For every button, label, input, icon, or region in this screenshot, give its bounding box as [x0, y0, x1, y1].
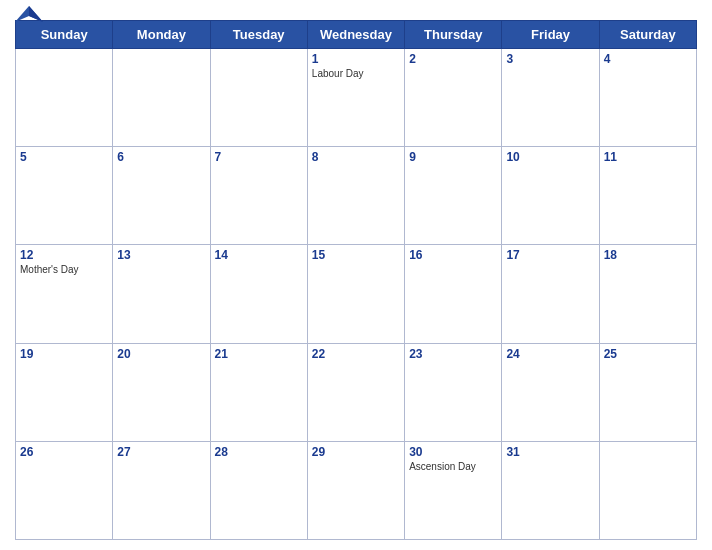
logo: [15, 4, 47, 24]
weekday-header-wednesday: Wednesday: [307, 21, 404, 49]
calendar-cell: [16, 49, 113, 147]
day-number: 2: [409, 52, 497, 66]
calendar-cell: 16: [405, 245, 502, 343]
calendar-week-row: 1Labour Day234: [16, 49, 697, 147]
calendar-cell: 4: [599, 49, 696, 147]
day-number: 16: [409, 248, 497, 262]
weekday-header-thursday: Thursday: [405, 21, 502, 49]
day-number: 21: [215, 347, 303, 361]
day-number: 9: [409, 150, 497, 164]
weekday-header-monday: Monday: [113, 21, 210, 49]
day-number: 7: [215, 150, 303, 164]
day-number: 8: [312, 150, 400, 164]
calendar-cell: 24: [502, 343, 599, 441]
day-number: 3: [506, 52, 594, 66]
holiday-name: Ascension Day: [409, 461, 497, 472]
weekday-header-saturday: Saturday: [599, 21, 696, 49]
logo-icon: [15, 4, 43, 24]
day-number: 12: [20, 248, 108, 262]
calendar-cell: 20: [113, 343, 210, 441]
calendar-cell: 1Labour Day: [307, 49, 404, 147]
calendar-cell: 23: [405, 343, 502, 441]
calendar-cell: 3: [502, 49, 599, 147]
day-number: 10: [506, 150, 594, 164]
calendar-cell: 27: [113, 441, 210, 539]
calendar-header: [15, 10, 697, 14]
day-number: 23: [409, 347, 497, 361]
day-number: 25: [604, 347, 692, 361]
svg-marker-1: [29, 6, 43, 22]
calendar-cell: 17: [502, 245, 599, 343]
calendar-cell: 8: [307, 147, 404, 245]
weekday-header-sunday: Sunday: [16, 21, 113, 49]
calendar-cell: 5: [16, 147, 113, 245]
calendar-cell: 29: [307, 441, 404, 539]
calendar-cell: 31: [502, 441, 599, 539]
day-number: 18: [604, 248, 692, 262]
calendar-week-row: 567891011: [16, 147, 697, 245]
day-number: 1: [312, 52, 400, 66]
holiday-name: Mother's Day: [20, 264, 108, 275]
calendar-cell: 26: [16, 441, 113, 539]
weekday-header-tuesday: Tuesday: [210, 21, 307, 49]
calendar-cell: 19: [16, 343, 113, 441]
weekday-header-friday: Friday: [502, 21, 599, 49]
day-number: 19: [20, 347, 108, 361]
calendar-week-row: 12Mother's Day131415161718: [16, 245, 697, 343]
day-number: 4: [604, 52, 692, 66]
day-number: 24: [506, 347, 594, 361]
calendar-cell: [599, 441, 696, 539]
day-number: 27: [117, 445, 205, 459]
calendar-cell: 6: [113, 147, 210, 245]
day-number: 14: [215, 248, 303, 262]
day-number: 30: [409, 445, 497, 459]
calendar-cell: 30Ascension Day: [405, 441, 502, 539]
day-number: 17: [506, 248, 594, 262]
calendar-week-row: 19202122232425: [16, 343, 697, 441]
weekday-header-row: SundayMondayTuesdayWednesdayThursdayFrid…: [16, 21, 697, 49]
calendar-week-row: 2627282930Ascension Day31: [16, 441, 697, 539]
calendar-table: SundayMondayTuesdayWednesdayThursdayFrid…: [15, 20, 697, 540]
calendar-cell: 25: [599, 343, 696, 441]
day-number: 13: [117, 248, 205, 262]
calendar-cell: 14: [210, 245, 307, 343]
calendar-cell: 21: [210, 343, 307, 441]
calendar-cell: [113, 49, 210, 147]
day-number: 11: [604, 150, 692, 164]
calendar-cell: 28: [210, 441, 307, 539]
day-number: 28: [215, 445, 303, 459]
calendar-cell: 13: [113, 245, 210, 343]
day-number: 29: [312, 445, 400, 459]
calendar-cell: 18: [599, 245, 696, 343]
calendar-cell: 10: [502, 147, 599, 245]
day-number: 26: [20, 445, 108, 459]
day-number: 22: [312, 347, 400, 361]
calendar-cell: 15: [307, 245, 404, 343]
holiday-name: Labour Day: [312, 68, 400, 79]
calendar-cell: 9: [405, 147, 502, 245]
day-number: 15: [312, 248, 400, 262]
calendar-cell: 22: [307, 343, 404, 441]
calendar-cell: 2: [405, 49, 502, 147]
day-number: 6: [117, 150, 205, 164]
calendar-cell: 12Mother's Day: [16, 245, 113, 343]
day-number: 5: [20, 150, 108, 164]
calendar-cell: 11: [599, 147, 696, 245]
calendar-cell: [210, 49, 307, 147]
day-number: 31: [506, 445, 594, 459]
calendar-cell: 7: [210, 147, 307, 245]
day-number: 20: [117, 347, 205, 361]
